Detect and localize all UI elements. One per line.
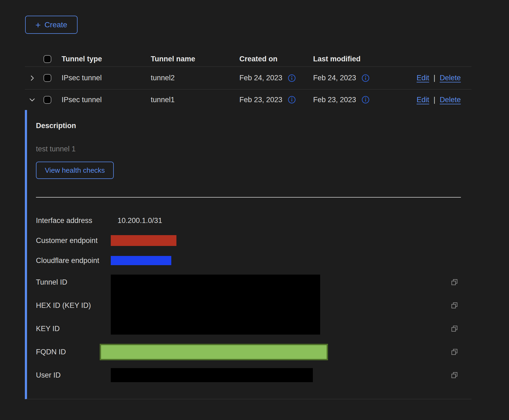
detail-row-customer-endpoint: Customer endpoint: [36, 231, 472, 251]
detail-row-fqdn-id: FQDN ID: [36, 340, 472, 364]
cloudflare-endpoint-label: Cloudflare endpoint: [36, 256, 111, 265]
interface-address-value: 10.200.1.0/31: [118, 216, 162, 225]
interface-address-label: Interface address: [36, 216, 111, 225]
copy-button[interactable]: [451, 278, 458, 286]
row-checkbox[interactable]: [43, 74, 51, 82]
tunnel-details: Interface address 10.200.1.0/31 Customer…: [36, 198, 472, 387]
detail-row-cloudflare-endpoint: Cloudflare endpoint: [36, 251, 472, 271]
row-checkbox[interactable]: [43, 96, 51, 104]
create-button-label: Create: [45, 21, 67, 29]
header-created-on: Created on: [239, 55, 313, 63]
copy-icon: [451, 302, 458, 309]
delete-link[interactable]: Delete: [440, 74, 461, 82]
table-row: IPsec tunnel tunnel2 Feb 24, 2023 Feb 24…: [25, 67, 471, 89]
chevron-down-icon: [28, 96, 36, 104]
select-all-checkbox[interactable]: [43, 55, 51, 63]
info-icon[interactable]: [361, 96, 370, 104]
info-icon[interactable]: [288, 96, 296, 104]
header-last-modified: Last modified: [313, 55, 413, 63]
header-tunnel-type: Tunnel type: [62, 55, 151, 63]
redacted-user-id: [111, 368, 313, 382]
redacted-ids-block: [111, 275, 320, 335]
tunnel-name-cell: tunnel1: [151, 96, 239, 104]
plus-icon: +: [35, 20, 41, 29]
expand-row-button[interactable]: [28, 74, 36, 82]
delete-link[interactable]: Delete: [440, 96, 461, 104]
redacted-fqdn-id: [100, 344, 328, 360]
tunnels-table: Tunnel type Tunnel name Created on Last …: [25, 51, 471, 110]
copy-icon: [451, 371, 458, 379]
view-health-checks-label: View health checks: [45, 166, 105, 175]
user-id-label: User ID: [36, 371, 111, 379]
detail-row-user-id: User ID: [36, 364, 472, 387]
copy-icon: [451, 325, 458, 332]
key-id-label: KEY ID: [36, 325, 111, 333]
info-icon[interactable]: [361, 74, 370, 82]
table-row: IPsec tunnel tunnel1 Feb 23, 2023 Feb 23…: [25, 89, 471, 110]
description-label: Description: [36, 122, 471, 130]
last-modified-cell: Feb 23, 2023: [313, 96, 356, 104]
description-value: test tunnel 1: [36, 145, 471, 153]
tunnel-id-label: Tunnel ID: [36, 278, 111, 286]
hex-id-label: HEX ID (KEY ID): [36, 301, 111, 310]
copy-button[interactable]: [451, 348, 458, 356]
chevron-right-icon: [28, 74, 36, 82]
created-on-cell: Feb 24, 2023: [239, 74, 282, 82]
edit-link[interactable]: Edit: [417, 96, 429, 104]
copy-icon: [451, 278, 458, 286]
edit-link[interactable]: Edit: [417, 74, 429, 82]
header-tunnel-name: Tunnel name: [151, 55, 239, 63]
tunnel-type-cell: IPsec tunnel: [62, 74, 151, 82]
copy-button[interactable]: [451, 302, 458, 309]
action-separator: |: [434, 96, 436, 104]
last-modified-cell: Feb 24, 2023: [313, 74, 356, 82]
copy-button[interactable]: [451, 371, 458, 379]
table-header-row: Tunnel type Tunnel name Created on Last …: [25, 51, 471, 67]
detail-row-interface-address: Interface address 10.200.1.0/31: [36, 211, 472, 231]
created-on-cell: Feb 23, 2023: [239, 96, 282, 104]
tunnel-type-cell: IPsec tunnel: [62, 96, 151, 104]
collapse-row-button[interactable]: [28, 96, 36, 104]
expanded-row-panel: Description test tunnel 1 View health ch…: [25, 110, 471, 399]
redacted-customer-endpoint: [111, 235, 176, 246]
tunnel-name-cell: tunnel2: [151, 74, 239, 82]
customer-endpoint-label: Customer endpoint: [36, 236, 111, 245]
action-separator: |: [434, 74, 436, 82]
create-button[interactable]: + Create: [25, 16, 78, 34]
copy-button[interactable]: [451, 325, 458, 332]
view-health-checks-button[interactable]: View health checks: [36, 162, 114, 179]
tunnels-page: + Create Tunnel type Tunnel name Created…: [0, 0, 509, 420]
info-icon[interactable]: [288, 74, 296, 82]
redacted-cloudflare-endpoint: [111, 256, 171, 265]
copy-icon: [451, 348, 458, 356]
